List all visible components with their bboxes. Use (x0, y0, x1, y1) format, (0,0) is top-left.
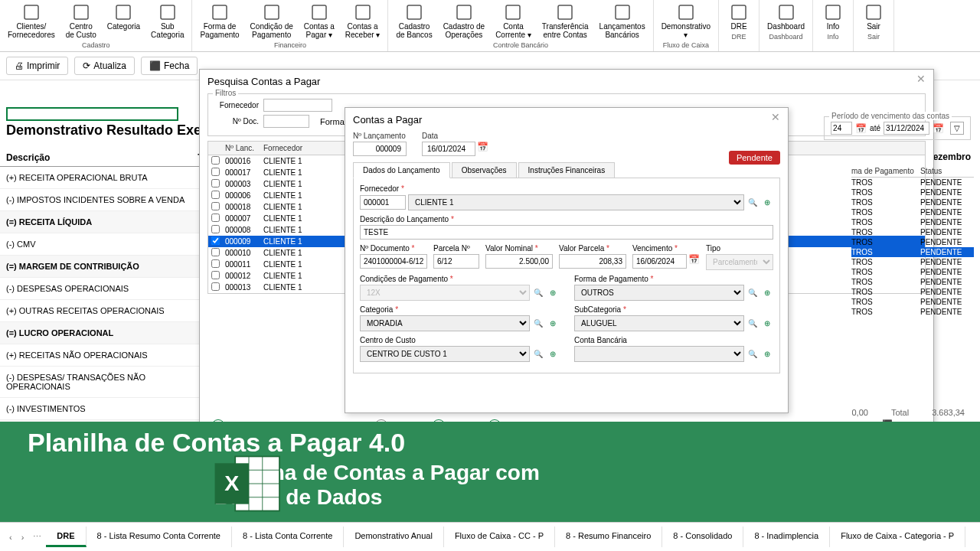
ribbon-item[interactable]: Condição dePagamento (246, 2, 298, 41)
close-button[interactable]: ⬛Fecha (141, 57, 198, 75)
sheet-tab[interactable]: Fluxo de Caixa - Categoria - P (830, 527, 965, 547)
close-icon[interactable]: ✕ (766, 109, 785, 125)
add-icon[interactable]: ⊕ (547, 348, 559, 360)
ribbon-item[interactable]: Sair (857, 2, 890, 32)
supplier-code-input[interactable] (360, 195, 406, 210)
ribbon-item[interactable]: Contas aPagar ▾ (299, 2, 339, 41)
list-row[interactable]: TROSPENDENTE (851, 207, 974, 217)
ribbon-item[interactable]: DRE (722, 2, 756, 32)
list-row[interactable]: TROSPENDENTE (851, 217, 974, 227)
calendar-icon[interactable]: 📅 (688, 254, 700, 269)
refresh-button[interactable]: ⟳Atualiza (74, 57, 135, 75)
search-icon[interactable]: 🔍 (532, 318, 544, 330)
add-icon[interactable]: ⊕ (761, 287, 773, 299)
parcela-input[interactable] (433, 254, 479, 269)
supplier-input[interactable] (263, 99, 332, 112)
ribbon-item[interactable]: Categoria (103, 2, 145, 41)
close-icon[interactable]: ✕ (912, 71, 930, 86)
centro-custo-select[interactable]: CENTRO DE CUSTO 1 (360, 346, 530, 362)
sheet-tab[interactable]: Fluxo de Caixa - CC - P (444, 527, 555, 547)
dre-row: (+) OUTRAS RECEITAS OPERACIONAIS (0, 300, 214, 322)
selected-cell[interactable] (6, 107, 178, 121)
tab-next-icon[interactable]: › (17, 530, 29, 545)
subcategoria-select[interactable]: ALUGUEL (574, 315, 744, 331)
date-start-input[interactable] (831, 122, 852, 135)
ribbon-item[interactable]: LançamentosBancários (595, 2, 650, 41)
add-icon[interactable]: ⊕ (761, 318, 773, 330)
list-row[interactable]: TROSPENDENTE (851, 297, 974, 307)
ribbon-item[interactable]: Centrode Custo (61, 2, 101, 41)
filter-icon[interactable]: ▽ (950, 122, 964, 135)
list-row[interactable]: TROSPENDENTE (851, 277, 974, 287)
sheet-tab[interactable]: DRE (46, 527, 86, 547)
list-row[interactable]: TROSPENDENTE (851, 187, 974, 197)
list-row[interactable]: TROSPENDENTE (851, 257, 974, 267)
date-end-input[interactable] (884, 122, 929, 135)
sheet-tab[interactable]: 8 - Inadimplencia (743, 527, 830, 547)
ribbon-item[interactable]: Clientes/Fornecedores (3, 2, 60, 41)
ribbon: Clientes/FornecedoresCentrode CustoCateg… (0, 0, 980, 52)
valor-nominal-input[interactable] (485, 254, 553, 269)
date-input[interactable] (422, 142, 475, 156)
ribbon-item[interactable]: ContaCorrente ▾ (491, 2, 536, 41)
list-row[interactable]: TROSPENDENTE (851, 227, 974, 237)
search-icon[interactable]: 🔍 (746, 348, 759, 360)
ribbon-item[interactable]: Info (816, 2, 850, 32)
dre-row: (-) INVESTIMENTOS (0, 398, 214, 420)
sheet-tab[interactable]: Demonstrativo Anual (344, 527, 444, 547)
conta-bancaria-select[interactable] (574, 346, 744, 362)
search-icon[interactable]: 🔍 (532, 287, 544, 299)
nlanc-input[interactable] (353, 142, 407, 156)
add-icon[interactable]: ⊕ (761, 348, 773, 360)
calendar-icon[interactable]: 📅 (477, 142, 488, 156)
tab-obs[interactable]: Observações (452, 162, 517, 178)
add-icon[interactable]: ⊕ (547, 287, 559, 299)
ribbon-item[interactable]: Cadastrode Bancos (391, 2, 436, 41)
tab-instr[interactable]: Instruções Financeiras (518, 162, 616, 178)
tab-dados[interactable]: Dados do Lançamento (353, 162, 450, 178)
valor-parcela-input[interactable] (559, 254, 626, 269)
vencimento-input[interactable] (632, 254, 687, 269)
doc-input[interactable] (263, 115, 309, 128)
categoria-select[interactable]: MORADIA (360, 315, 530, 331)
search-icon[interactable]: 🔍 (532, 348, 544, 360)
ribbon-item[interactable]: Forma dePagamento (195, 2, 243, 41)
list-row[interactable]: TROSPENDENTE (851, 287, 974, 297)
svg-rect-9 (457, 5, 471, 19)
search-icon[interactable]: 🔍 (746, 318, 759, 330)
list-row[interactable]: TROSPENDENTE (851, 197, 974, 207)
sheet-tab[interactable]: Acordo Fina (965, 527, 975, 547)
list-row[interactable]: TROSPENDENTE (851, 237, 974, 247)
search-icon[interactable]: 🔍 (746, 197, 759, 209)
list-row[interactable]: TROSPENDENTE (851, 307, 974, 317)
ribbon-item[interactable]: Contas aReceber ▾ (341, 2, 385, 41)
ribbon-item[interactable]: Dashboard (763, 2, 809, 32)
tab-more-icon[interactable]: ⋯ (28, 529, 46, 545)
add-icon[interactable]: ⊕ (761, 197, 773, 209)
forma-select[interactable]: OUTROS (574, 285, 744, 301)
desc-input[interactable] (360, 225, 773, 240)
list-row[interactable]: TROSPENDENTE (851, 178, 974, 187)
tab-prev-icon[interactable]: ‹ (5, 530, 17, 545)
calendar-icon[interactable]: 📅 (933, 123, 944, 134)
ribbon-item[interactable]: Cadastro deOperações (439, 2, 489, 41)
sheet-tab[interactable]: 8 - Consolidado (662, 527, 743, 547)
print-button[interactable]: 🖨Imprimir (6, 57, 68, 75)
condicoes-select[interactable]: 12X (360, 285, 530, 301)
svg-rect-14 (732, 5, 746, 19)
ndoc-input[interactable] (360, 254, 427, 269)
sheet-tab[interactable]: 8 - Resumo Financeiro (555, 527, 662, 547)
calendar-icon[interactable]: 📅 (855, 123, 867, 134)
ribbon-item[interactable]: Transferênciaentre Contas (537, 2, 593, 41)
ribbon-item[interactable]: Demonstrativo▾ (657, 2, 715, 41)
list-row[interactable]: TROSPENDENTE (851, 267, 974, 277)
search-icon[interactable]: 🔍 (746, 287, 759, 299)
add-icon[interactable]: ⊕ (547, 318, 559, 330)
sheet-tab[interactable]: 8 - Lista Resumo Conta Corrente (87, 527, 232, 547)
sheet-tab[interactable]: 8 - Lista Conta Corrente (232, 527, 344, 547)
ribbon-item[interactable]: SubCategoria (146, 2, 188, 41)
supplier-select[interactable]: CLIENTE 1 (408, 194, 744, 210)
tipo-select[interactable]: Parcelamento (706, 254, 773, 270)
list-row[interactable]: TROSPENDENTE (851, 247, 974, 257)
worksheet-tabs: ‹ › ⋯ DRE8 - Lista Resumo Conta Corrente… (0, 522, 980, 551)
